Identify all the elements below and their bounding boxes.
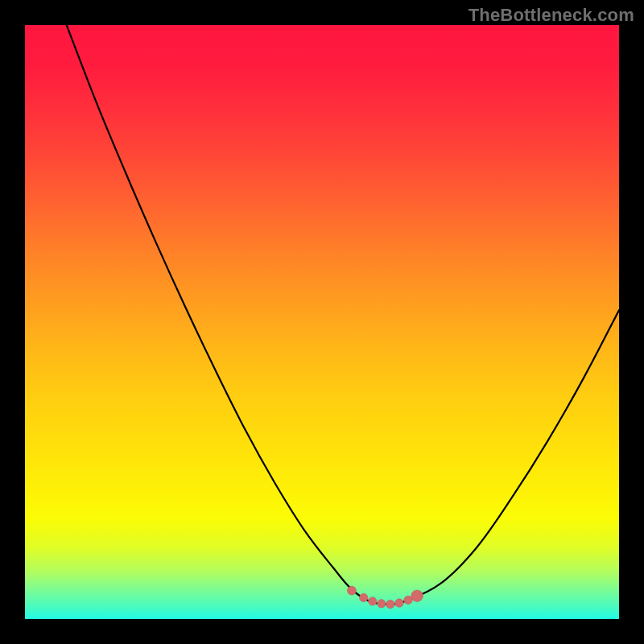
plot-canvas xyxy=(25,25,619,619)
bottleneck-curve xyxy=(67,25,619,605)
trough-marker-dot xyxy=(378,600,386,608)
plot-frame xyxy=(25,25,619,619)
trough-marker-dot xyxy=(347,586,356,595)
trough-markers xyxy=(347,586,423,609)
trough-marker-dot xyxy=(411,590,423,602)
trough-marker-dot xyxy=(359,593,367,601)
trough-marker-dot xyxy=(386,600,394,608)
trough-marker-dot xyxy=(395,599,403,607)
watermark-text: TheBottleneck.com xyxy=(469,5,634,26)
trough-marker-dot xyxy=(404,596,412,604)
trough-marker-dot xyxy=(369,597,377,605)
